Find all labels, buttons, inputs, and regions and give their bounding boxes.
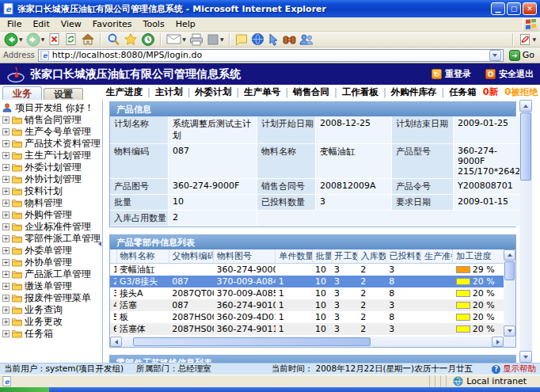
scroll-up-button[interactable] [504, 249, 515, 261]
tree-expand-icon[interactable]: + [2, 330, 10, 337]
tree-expand-icon[interactable]: + [2, 128, 10, 135]
minimize-button[interactable]: ▁ [491, 2, 505, 15]
maximize-button[interactable]: ▢ [507, 2, 521, 15]
sidebar-item-8[interactable]: +物料管理 [0, 197, 102, 209]
menu-item-favorites[interactable]: Favorites [87, 18, 138, 30]
sidebar-item-7[interactable]: +投料计划 [0, 185, 102, 197]
logout-button[interactable]: O 安全退出 [485, 68, 534, 80]
nav-item-4[interactable]: 生产单号 [244, 86, 280, 98]
mail-button[interactable]: ▼ [165, 32, 187, 47]
sidebar-item-2[interactable]: +生产令号单管理 [0, 126, 102, 138]
sidebar-item-18[interactable]: +业务更改 [0, 316, 102, 328]
menu-item-view[interactable]: View [55, 18, 87, 30]
edit-button[interactable]: ▼ [206, 32, 225, 47]
sidebar-item-13[interactable]: +外协单管理 [0, 257, 102, 268]
history-button[interactable] [140, 32, 156, 47]
mail-dropdown-icon[interactable]: ▼ [182, 36, 186, 42]
tree-expand-icon[interactable]: + [2, 283, 10, 290]
sidebar-item-16[interactable]: +报废件管理菜单 [0, 292, 102, 304]
messenger-button[interactable] [250, 32, 265, 47]
tree-expand-icon[interactable]: + [2, 140, 10, 147]
sidebar-item-19[interactable]: +任务箱 [0, 328, 102, 340]
nav-item-5[interactable]: 销售合同 [293, 86, 329, 98]
menu-item-tools[interactable]: Tools [138, 18, 170, 30]
tab-settings[interactable]: 设置 [44, 88, 83, 100]
show-help-button[interactable]: ? 显示帮助 [492, 363, 536, 375]
tree-expand-icon[interactable]: + [2, 152, 10, 159]
close-button[interactable]: ✕ [523, 2, 537, 15]
sidebar-item-5[interactable]: +外委计划管理 [0, 162, 102, 173]
nav-item-2[interactable]: 主计划 [155, 86, 183, 98]
forward-dropdown-icon[interactable]: ▼ [41, 36, 45, 42]
sidebar-item-17[interactable]: +业务查询 [0, 304, 102, 316]
sidebar-item-9[interactable]: +外购件管理 [0, 209, 102, 221]
refresh-button[interactable] [63, 32, 78, 47]
tree-expand-icon[interactable]: + [2, 271, 10, 278]
relogin-button[interactable]: ↻ 重登录 [432, 68, 471, 80]
nav-item-7[interactable]: 外购件库存 [391, 86, 437, 98]
back-dropdown-icon[interactable]: ▼ [19, 36, 23, 42]
nav-item-3[interactable]: 外委计划 [195, 86, 231, 98]
nav-item-8[interactable]: 任务箱 [449, 86, 477, 98]
tree-expand-icon[interactable]: + [2, 306, 10, 314]
start-button[interactable] [0, 387, 49, 392]
edit-dropdown-icon[interactable]: ▼ [220, 36, 224, 42]
tree-expand-icon[interactable]: + [2, 176, 10, 183]
tree-expand-icon[interactable]: + [2, 259, 10, 266]
sidebar-item-1[interactable]: +销售合同管理 [0, 114, 102, 126]
parts-table-row-3[interactable]: 3接头A2087QT002370-009-A085011032820 % [110, 287, 504, 299]
address-input[interactable]: e http://localhost:8080/MPS/login.do [38, 49, 504, 62]
parts-vertical-scrollbar[interactable] [504, 249, 515, 337]
scroll-thumb[interactable] [504, 261, 515, 280]
taskbar-strip[interactable] [49, 387, 540, 392]
sidebar-item-14[interactable]: +产品派工单管理 [0, 268, 102, 280]
menu-item-help[interactable]: Help [170, 18, 201, 30]
scroll-right-button[interactable] [492, 337, 504, 347]
tree-expand-icon[interactable]: + [2, 164, 10, 171]
home-button[interactable] [80, 32, 96, 47]
scroll-left-button[interactable] [110, 337, 122, 347]
scroll-down-button[interactable] [504, 325, 515, 337]
sidebar-item-3[interactable]: +产品技术资料管理 [0, 138, 102, 150]
tree-expand-icon[interactable]: + [2, 295, 10, 302]
pdf-button[interactable]: ▼ [518, 32, 537, 47]
parts-table-row-5[interactable]: 5板2087HS002360-209-4D01011032820 % [110, 311, 504, 323]
research-button[interactable] [282, 32, 297, 47]
tree-expand-icon[interactable]: + [2, 223, 10, 230]
tree-expand-icon[interactable]: + [2, 235, 10, 242]
scroll-thumb[interactable] [133, 337, 371, 346]
tree-expand-icon[interactable]: + [2, 188, 10, 195]
tree-expand-icon[interactable]: + [2, 116, 10, 124]
scroll-up-button[interactable] [519, 100, 532, 112]
sidebar-item-15[interactable]: +缴送单管理 [0, 280, 102, 292]
page-vertical-scrollbar[interactable] [519, 100, 532, 363]
sidebar-item-10[interactable]: +企业标准件管理 [0, 221, 102, 233]
search-button[interactable] [105, 32, 121, 47]
forward-button[interactable]: ▼ [25, 32, 46, 47]
pointer-tool-button[interactable] [267, 32, 280, 47]
sidebar-item-4[interactable]: +主生产计划管理 [0, 150, 102, 162]
nav-item-6[interactable]: 工作看板 [342, 86, 378, 98]
tree-expand-icon[interactable]: + [2, 318, 10, 325]
tree-expand-icon[interactable]: + [2, 211, 10, 219]
sidebar-item-11[interactable]: +零部件派工单管理 [0, 233, 102, 245]
scroll-down-button[interactable] [519, 351, 532, 363]
nav-item-1[interactable]: 生产进度 [106, 86, 143, 98]
tree-expand-icon[interactable]: + [2, 200, 10, 207]
tree-expand-icon[interactable]: + [2, 247, 10, 254]
address-url[interactable]: http://localhost:8080/MPS/login.do [52, 50, 489, 60]
contacts-button[interactable] [299, 32, 314, 47]
tab-business[interactable]: 业务 [2, 86, 42, 100]
parts-table-row-1[interactable]: 1变幅油缸360-274-9000F1032329 % [110, 264, 504, 276]
go-button[interactable]: ➔ Go [507, 50, 537, 61]
parts-table-row-2[interactable]: 2G3/8接头087370-009-A084011032820 % [110, 276, 504, 287]
print-button[interactable] [188, 32, 204, 47]
sidebar-item-6[interactable]: +外协计划管理 [0, 173, 102, 185]
stop-button[interactable] [47, 32, 62, 47]
sidebar-item-12[interactable]: +外委单管理 [0, 245, 102, 257]
menu-item-edit[interactable]: Edit [27, 18, 55, 30]
parts-horizontal-scrollbar[interactable] [110, 337, 504, 347]
menu-item-file[interactable]: File [2, 18, 27, 30]
sidebar-collapse-handle[interactable] [98, 234, 102, 253]
back-button[interactable]: ▼ [3, 32, 24, 47]
